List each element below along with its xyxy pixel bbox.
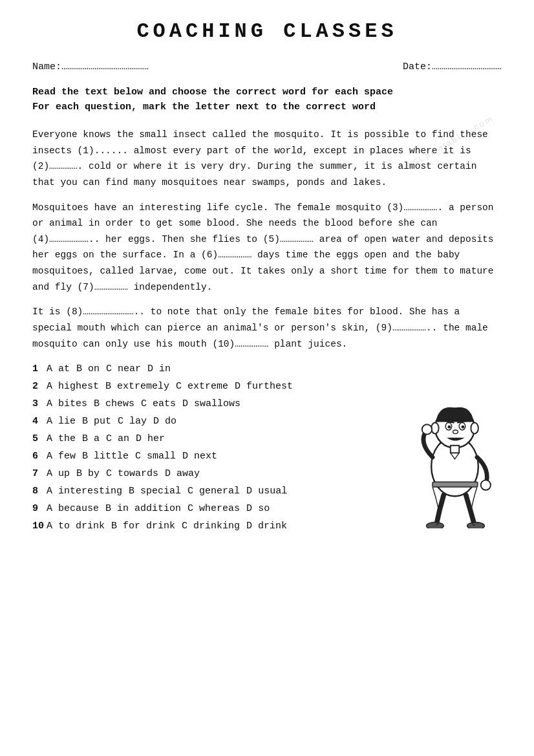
svg-point-15 — [467, 523, 485, 529]
question-number-4: 4 — [32, 416, 47, 427]
option-5-C[interactable]: C an — [106, 433, 129, 444]
option-text-1-B: on — [88, 363, 100, 374]
option-4-C[interactable]: C lay — [118, 416, 147, 427]
question-options-3: A bitesB chewsC eatsD swallows — [47, 398, 240, 409]
svg-point-9 — [431, 423, 438, 434]
option-text-9-B: in addition — [117, 503, 181, 514]
option-letter-4-B: B — [82, 416, 94, 427]
svg-rect-11 — [451, 446, 459, 453]
option-5-A[interactable]: A the — [47, 433, 76, 444]
option-7-C[interactable]: C towards — [106, 468, 158, 479]
option-text-5-B: a — [94, 433, 100, 444]
option-letter-9-D: D — [246, 503, 258, 514]
option-8-A[interactable]: A interesting — [47, 486, 122, 497]
option-10-C[interactable]: C drinking — [182, 521, 240, 532]
question-options-5: A theB aC anD her — [47, 433, 165, 444]
option-text-2-B: extremely — [117, 381, 169, 392]
option-text-1-C: near — [118, 363, 141, 374]
option-8-D[interactable]: D usual — [246, 486, 287, 497]
svg-point-14 — [427, 523, 444, 529]
option-letter-4-D: D — [153, 416, 165, 427]
option-letter-3-B: B — [94, 398, 105, 409]
svg-point-12 — [422, 425, 432, 435]
option-7-A[interactable]: A up — [47, 468, 70, 479]
date-field: Date:……………………………… — [403, 61, 502, 72]
question-options-8: A interestingB specialC generalD usual — [47, 486, 287, 497]
option-text-8-B: special — [140, 486, 181, 497]
option-text-10-C: drinking — [193, 521, 240, 532]
option-9-A[interactable]: A because — [47, 503, 99, 514]
option-text-7-A: up — [58, 468, 70, 479]
option-text-4-B: put — [94, 416, 111, 427]
option-letter-3-D: D — [182, 398, 194, 409]
option-4-D[interactable]: D do — [153, 416, 176, 427]
option-2-B[interactable]: B extremely — [105, 381, 169, 392]
option-letter-10-B: B — [111, 521, 123, 532]
option-4-A[interactable]: A lie — [47, 416, 76, 427]
option-10-D[interactable]: D drink — [246, 521, 287, 532]
option-letter-10-A: A — [47, 521, 58, 532]
option-1-B[interactable]: B on — [76, 363, 100, 374]
option-letter-3-C: C — [141, 398, 153, 409]
option-1-A[interactable]: A at — [47, 363, 70, 374]
option-letter-10-C: C — [182, 521, 193, 532]
option-3-C[interactable]: C eats — [141, 398, 176, 409]
question-row-1: 1A atB onC nearD in — [32, 363, 502, 374]
option-6-A[interactable]: A few — [47, 451, 76, 462]
option-letter-1-A: A — [47, 363, 58, 374]
option-text-1-A: at — [58, 363, 70, 374]
option-3-D[interactable]: D swallows — [182, 398, 240, 409]
option-10-B[interactable]: B for drink — [111, 521, 175, 532]
option-2-C[interactable]: C extreme — [176, 381, 228, 392]
option-6-B[interactable]: B little — [82, 451, 129, 462]
option-text-3-B: chews — [105, 398, 134, 409]
option-letter-5-C: C — [106, 433, 118, 444]
option-letter-6-C: C — [135, 451, 147, 462]
option-9-D[interactable]: D so — [246, 503, 270, 514]
questions-section: ESLprintables.com 1A atB onC nearD in2A … — [32, 363, 502, 532]
option-text-9-A: because — [58, 503, 99, 514]
option-8-C[interactable]: C general — [187, 486, 240, 497]
option-3-B[interactable]: B chews — [94, 398, 134, 409]
option-4-B[interactable]: B put — [82, 416, 111, 427]
question-options-9: A becauseB in additionC whereasD so — [47, 503, 270, 514]
option-7-B[interactable]: B by — [76, 468, 100, 479]
option-6-D[interactable]: D next — [182, 451, 217, 462]
option-9-B[interactable]: B in addition — [105, 503, 181, 514]
option-10-A[interactable]: A to drink — [47, 521, 105, 532]
option-letter-5-B: B — [82, 433, 94, 444]
svg-point-10 — [471, 423, 478, 434]
option-letter-7-B: B — [76, 468, 88, 479]
passage: Everyone knows the small insect called t… — [32, 127, 502, 352]
option-letter-9-B: B — [105, 503, 117, 514]
option-letter-9-C: C — [187, 503, 199, 514]
option-letter-6-A: A — [47, 451, 58, 462]
option-7-D[interactable]: D away — [165, 468, 200, 479]
question-options-2: A highestB extremelyC extremeD furthest — [47, 381, 293, 392]
option-text-6-C: small — [147, 451, 176, 462]
option-text-10-B: for drink — [123, 521, 175, 532]
question-number-2: 2 — [32, 381, 47, 392]
option-text-2-C: extreme — [187, 381, 228, 392]
question-options-6: A fewB littleC smallD next — [47, 451, 217, 462]
option-text-10-D: drink — [258, 521, 287, 532]
cartoon-image — [405, 386, 508, 532]
option-letter-10-D: D — [246, 521, 258, 532]
option-letter-9-A: A — [47, 503, 58, 514]
option-9-C[interactable]: C whereas — [187, 503, 240, 514]
option-1-C[interactable]: C near — [106, 363, 141, 374]
option-5-B[interactable]: B a — [82, 433, 100, 444]
option-6-C[interactable]: C small — [135, 451, 176, 462]
option-5-D[interactable]: D her — [136, 433, 165, 444]
option-1-D[interactable]: D in — [147, 363, 171, 374]
question-options-1: A atB onC nearD in — [47, 363, 171, 374]
passage-para-1: Everyone knows the small insect called t… — [32, 127, 502, 191]
option-text-3-A: bites — [58, 398, 87, 409]
option-letter-5-D: D — [136, 433, 147, 444]
option-text-8-D: usual — [258, 486, 287, 497]
option-3-A[interactable]: A bites — [47, 398, 87, 409]
option-8-B[interactable]: B special — [129, 486, 181, 497]
option-text-5-C: an — [118, 433, 129, 444]
option-2-A[interactable]: A highest — [47, 381, 99, 392]
option-2-D[interactable]: D furthest — [235, 381, 293, 392]
